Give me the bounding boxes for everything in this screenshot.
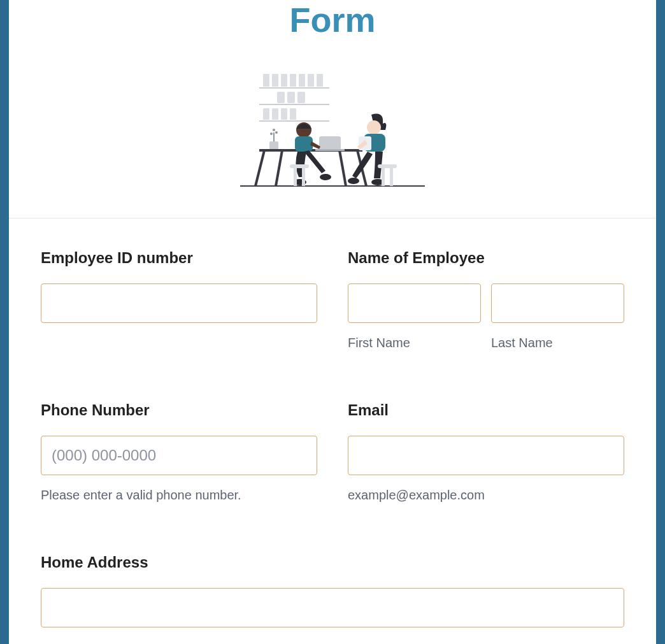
address-field-group: Home Address — [41, 554, 624, 627]
svg-rect-35 — [294, 168, 297, 186]
svg-rect-14 — [263, 108, 269, 120]
email-hint: example@example.com — [348, 488, 624, 503]
svg-rect-15 — [272, 108, 278, 120]
form-title: Form — [9, 0, 656, 39]
employee-id-field-group: Employee ID number — [41, 249, 317, 350]
svg-rect-9 — [308, 74, 314, 87]
svg-rect-7 — [290, 74, 296, 87]
svg-rect-28 — [319, 136, 341, 150]
address-label: Home Address — [41, 554, 624, 571]
svg-rect-12 — [287, 92, 295, 103]
svg-rect-13 — [297, 92, 305, 103]
email-input[interactable] — [348, 436, 624, 475]
svg-rect-18 — [269, 141, 278, 150]
svg-rect-43 — [382, 168, 385, 186]
phone-label: Phone Number — [41, 401, 317, 419]
svg-line-26 — [340, 150, 346, 186]
svg-rect-10 — [317, 74, 323, 87]
svg-rect-4 — [263, 74, 269, 87]
svg-rect-17 — [290, 108, 296, 120]
svg-rect-5 — [272, 74, 278, 87]
svg-rect-16 — [281, 108, 287, 120]
svg-point-21 — [275, 131, 278, 134]
address-input[interactable] — [41, 588, 624, 627]
svg-line-25 — [276, 150, 282, 186]
svg-point-37 — [367, 120, 381, 134]
last-name-sublabel: Last Name — [491, 336, 624, 350]
coworking-illustration — [240, 65, 425, 192]
employee-name-label: Name of Employee — [348, 249, 624, 267]
first-name-input[interactable] — [348, 283, 481, 323]
svg-point-20 — [270, 132, 273, 135]
svg-rect-44 — [390, 168, 393, 186]
employee-name-field-group: Name of Employee First Name Last Name — [348, 249, 624, 350]
svg-rect-11 — [277, 92, 285, 103]
employee-id-label: Employee ID number — [41, 249, 317, 267]
svg-rect-8 — [299, 74, 305, 87]
svg-line-24 — [255, 150, 264, 186]
form-header: Form — [9, 0, 656, 218]
first-name-sublabel: First Name — [348, 336, 481, 350]
svg-point-33 — [320, 174, 331, 180]
phone-hint: Please enter a valid phone number. — [41, 488, 317, 503]
email-label: Email — [348, 401, 624, 419]
svg-rect-34 — [290, 164, 309, 168]
svg-rect-29 — [315, 149, 345, 151]
svg-rect-42 — [378, 164, 397, 168]
phone-input[interactable] — [41, 436, 317, 475]
email-field-group: Email example@example.com — [348, 401, 624, 503]
employee-id-input[interactable] — [41, 283, 317, 323]
svg-rect-31 — [295, 136, 313, 152]
svg-rect-6 — [281, 74, 287, 87]
phone-field-group: Phone Number Please enter a valid phone … — [41, 401, 317, 503]
form-container: Form — [0, 0, 665, 644]
form-body: Employee ID number Name of Employee Firs… — [9, 218, 656, 627]
svg-point-22 — [273, 129, 275, 131]
last-name-input[interactable] — [491, 283, 624, 323]
svg-rect-36 — [302, 168, 305, 186]
svg-point-40 — [348, 178, 359, 184]
